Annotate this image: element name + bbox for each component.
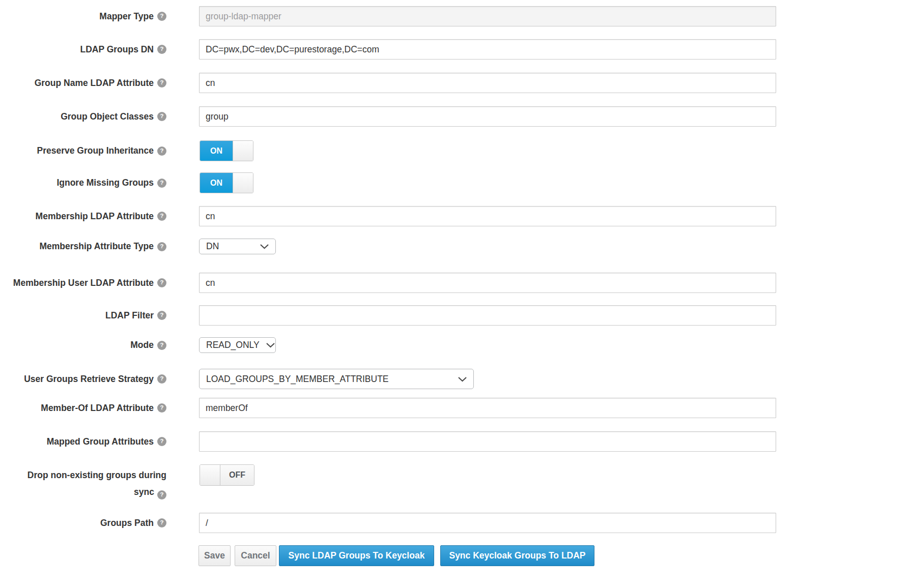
help-icon[interactable]: ? — [157, 518, 166, 527]
toggle-on-label: ON — [200, 141, 233, 161]
selected-option: LOAD_GROUPS_BY_MEMBER_ATTRIBUTE — [206, 374, 389, 385]
membership-attribute-type-select[interactable]: DN — [199, 239, 276, 254]
group-name-ldap-attribute-label: Group Name LDAP Attribute ? — [0, 73, 166, 93]
help-icon[interactable]: ? — [157, 490, 166, 499]
field-row-user-groups-retrieve-strategy: User Groups Retrieve Strategy ? LOAD_GRO… — [0, 369, 909, 389]
toggle-handle — [233, 141, 253, 161]
field-row-mode: Mode ? READ_ONLY — [0, 337, 909, 353]
field-row-membership-ldap-attribute: Membership LDAP Attribute ? — [0, 206, 909, 226]
ldap-filter-input[interactable] — [199, 305, 776, 326]
membership-ldap-attribute-label: Membership LDAP Attribute ? — [0, 206, 166, 226]
field-row-drop-non-existing-groups: Drop non-existing groups during sync? OF… — [0, 464, 909, 486]
chevron-down-icon — [266, 342, 275, 348]
field-row-group-name-ldap-attribute: Group Name LDAP Attribute ? — [0, 73, 909, 93]
preserve-group-inheritance-toggle[interactable]: ON — [200, 140, 253, 161]
member-of-ldap-attribute-label: Member-Of LDAP Attribute ? — [0, 398, 166, 418]
chevron-down-icon — [458, 376, 467, 382]
sync-keycloak-groups-to-ldap-button[interactable]: Sync Keycloak Groups To LDAP — [440, 545, 594, 566]
mode-label: Mode ? — [0, 337, 166, 353]
user-groups-retrieve-strategy-select[interactable]: LOAD_GROUPS_BY_MEMBER_ATTRIBUTE — [199, 369, 474, 389]
help-icon[interactable]: ? — [157, 374, 166, 384]
groups-path-label: Groups Path ? — [0, 513, 166, 533]
save-button[interactable]: Save — [198, 545, 231, 566]
help-icon[interactable]: ? — [157, 112, 166, 121]
group-object-classes-label: Group Object Classes ? — [0, 106, 166, 127]
help-icon[interactable]: ? — [157, 278, 166, 287]
field-row-preserve-group-inheritance: Preserve Group Inheritance ? ON — [0, 140, 909, 161]
help-icon[interactable]: ? — [157, 437, 166, 446]
member-of-ldap-attribute-input[interactable] — [199, 398, 776, 418]
toggle-on-label: ON — [200, 173, 233, 193]
user-groups-retrieve-strategy-label: User Groups Retrieve Strategy ? — [0, 369, 166, 389]
ignore-missing-groups-toggle[interactable]: ON — [200, 172, 253, 193]
field-row-membership-attribute-type: Membership Attribute Type ? DN — [0, 239, 909, 254]
help-icon[interactable]: ? — [157, 311, 166, 320]
help-icon[interactable]: ? — [157, 146, 166, 156]
field-row-ldap-filter: LDAP Filter ? — [0, 305, 909, 326]
sync-ldap-groups-to-keycloak-button[interactable]: Sync LDAP Groups To Keycloak — [279, 545, 434, 566]
drop-non-existing-groups-label: Drop non-existing groups during sync? — [0, 467, 166, 501]
ignore-missing-groups-label: Ignore Missing Groups ? — [0, 172, 166, 193]
ldap-groups-dn-input[interactable] — [199, 39, 776, 60]
membership-user-ldap-attribute-label: Membership User LDAP Attribute ? — [0, 273, 166, 293]
mode-select[interactable]: READ_ONLY — [199, 337, 276, 353]
help-icon[interactable]: ? — [157, 78, 166, 87]
group-object-classes-input[interactable] — [199, 106, 776, 127]
mapper-type-input — [199, 6, 776, 26]
field-row-mapped-group-attributes: Mapped Group Attributes ? — [0, 431, 909, 452]
preserve-group-inheritance-label: Preserve Group Inheritance ? — [0, 140, 166, 161]
toggle-off-label: OFF — [220, 465, 254, 485]
field-row-ldap-groups-dn: LDAP Groups DN ? — [0, 39, 909, 60]
membership-ldap-attribute-input[interactable] — [199, 206, 776, 226]
selected-option: DN — [206, 241, 219, 252]
help-icon[interactable]: ? — [157, 212, 166, 221]
help-icon[interactable]: ? — [157, 179, 166, 188]
membership-attribute-type-label: Membership Attribute Type ? — [0, 239, 166, 254]
help-icon[interactable]: ? — [157, 242, 166, 251]
help-icon[interactable]: ? — [157, 341, 166, 350]
toggle-handle — [233, 173, 253, 193]
field-row-membership-user-ldap-attribute: Membership User LDAP Attribute ? — [0, 273, 909, 293]
cancel-button[interactable]: Cancel — [235, 545, 276, 566]
drop-non-existing-groups-toggle[interactable]: OFF — [200, 464, 254, 486]
group-name-ldap-attribute-input[interactable] — [199, 73, 776, 93]
chevron-down-icon — [260, 244, 269, 249]
help-icon[interactable]: ? — [157, 403, 166, 413]
field-row-mapper-type: Mapper Type ? — [0, 6, 909, 26]
groups-path-input[interactable] — [199, 513, 776, 533]
mapped-group-attributes-input[interactable] — [199, 431, 776, 452]
toggle-handle — [200, 465, 220, 485]
ldap-filter-label: LDAP Filter ? — [0, 305, 166, 326]
mapped-group-attributes-label: Mapped Group Attributes ? — [0, 431, 166, 452]
mapper-type-label: Mapper Type ? — [0, 6, 166, 26]
help-icon[interactable]: ? — [157, 12, 166, 21]
membership-user-ldap-attribute-input[interactable] — [199, 273, 776, 293]
field-row-groups-path: Groups Path ? — [0, 513, 909, 533]
field-row-group-object-classes: Group Object Classes ? — [0, 106, 909, 127]
ldap-groups-dn-label: LDAP Groups DN ? — [0, 39, 166, 60]
selected-option: READ_ONLY — [206, 340, 260, 350]
field-row-ignore-missing-groups: Ignore Missing Groups ? ON — [0, 172, 909, 193]
help-icon[interactable]: ? — [157, 45, 166, 54]
field-row-member-of-ldap-attribute: Member-Of LDAP Attribute ? — [0, 398, 909, 418]
